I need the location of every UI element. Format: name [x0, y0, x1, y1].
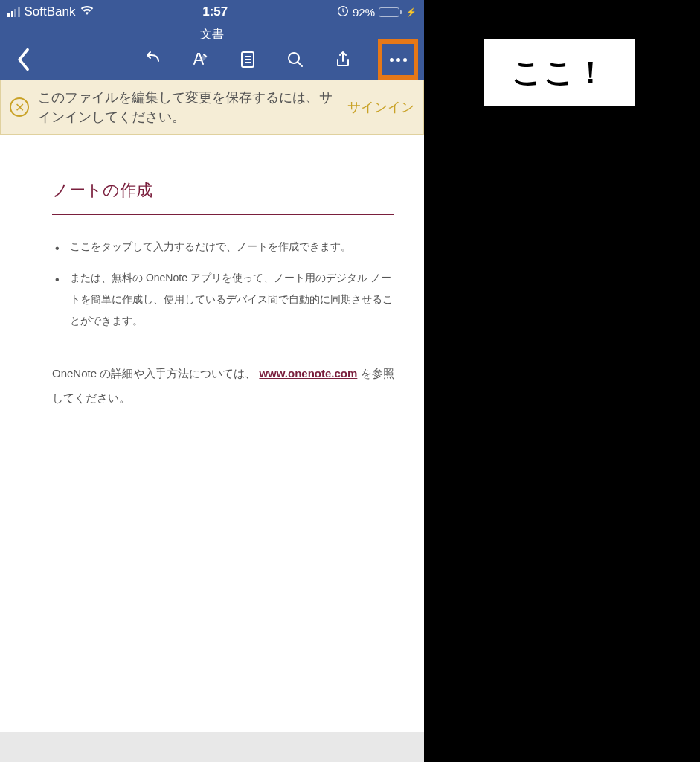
- signal-icon: [7, 7, 20, 17]
- para-text: OneNote の詳細や入手方法については、: [52, 367, 256, 380]
- more-button-highlight: [378, 39, 418, 80]
- search-button[interactable]: [283, 47, 308, 72]
- svg-marker-8: [435, 61, 450, 79]
- annotation-callout: ここ！: [484, 39, 635, 106]
- ellipsis-icon: [390, 58, 407, 62]
- signin-button[interactable]: サインイン: [347, 98, 414, 116]
- annotation-arrow: [435, 58, 481, 85]
- paragraph: OneNote の詳細や入手方法については、 www.onenote.com を…: [52, 361, 394, 410]
- battery-icon: [379, 7, 402, 17]
- rotation-lock-icon: [337, 5, 349, 19]
- carrier-label: SoftBank: [25, 4, 76, 19]
- document-title: 文書: [0, 27, 424, 42]
- close-banner-button[interactable]: ✕: [10, 97, 29, 117]
- more-button[interactable]: [385, 47, 411, 72]
- format-button[interactable]: [187, 47, 213, 72]
- bottom-toolbar: [0, 732, 424, 762]
- back-button[interactable]: [10, 47, 36, 72]
- phone-screen: SoftBank 1:57 92% ⚡ 文書: [0, 0, 424, 762]
- status-bar: SoftBank 1:57 92% ⚡: [0, 0, 424, 24]
- undo-button[interactable]: [140, 47, 165, 72]
- bullet-list: ここをタップして入力するだけで、ノートを作成できます。 または、無料の OneN…: [52, 236, 394, 333]
- svg-line-6: [298, 62, 302, 66]
- onenote-link[interactable]: www.onenote.com: [259, 367, 357, 380]
- status-left: SoftBank: [7, 4, 94, 19]
- list-item: ここをタップして入力するだけで、ノートを作成できます。: [52, 236, 394, 257]
- reading-view-button[interactable]: [235, 47, 260, 72]
- close-icon: ✕: [15, 100, 25, 115]
- battery-percent: 92%: [353, 6, 375, 19]
- banner-message: このファイルを編集して変更を保存するには、サインインしてください。: [38, 88, 338, 127]
- share-button[interactable]: [330, 47, 356, 72]
- charging-icon: ⚡: [406, 7, 417, 17]
- signin-banner: ✕ このファイルを編集して変更を保存するには、サインインしてください。 サインイ…: [0, 80, 424, 135]
- wifi-icon: [80, 5, 94, 19]
- status-right: 92% ⚡: [337, 5, 417, 19]
- section-heading: ノートの作成: [52, 179, 394, 215]
- toolbar: [0, 42, 424, 72]
- app-header: 文書: [0, 24, 424, 80]
- list-item: または、無料の OneNote アプリを使って、ノート用のデジタル ノートを簡単…: [52, 267, 394, 333]
- clock: 1:57: [202, 4, 228, 19]
- document-body[interactable]: ノートの作成 ここをタップして入力するだけで、ノートを作成できます。 または、無…: [0, 135, 424, 732]
